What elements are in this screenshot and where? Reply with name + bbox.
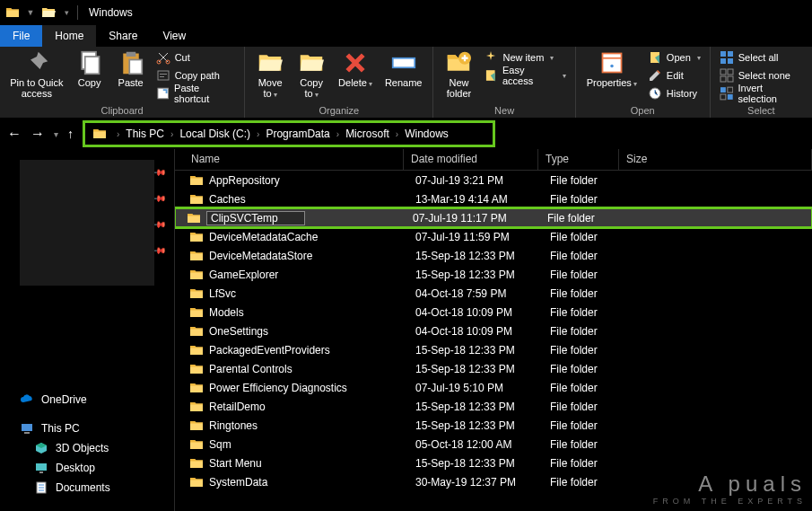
file-type: File folder: [550, 269, 631, 281]
folder-icon: [189, 456, 204, 471]
edit-icon: [648, 68, 662, 83]
back-button[interactable]: ←: [7, 126, 22, 142]
column-name[interactable]: Name: [175, 149, 404, 170]
select-none-button[interactable]: Select none: [716, 66, 807, 84]
file-row[interactable]: DeviceMetadataStore15-Sep-18 12:33 PMFil…: [175, 246, 812, 265]
new-folder-button[interactable]: New folder: [439, 48, 478, 101]
file-type: File folder: [550, 363, 631, 375]
edit-button[interactable]: Edit: [644, 66, 704, 84]
copy-icon: [77, 50, 102, 75]
folder-icon: [189, 437, 204, 452]
tab-home[interactable]: Home: [42, 25, 96, 47]
folder-icon: [189, 192, 204, 207]
open-button[interactable]: Open▾: [644, 48, 704, 66]
paste-shortcut-button[interactable]: Paste shortcut: [153, 84, 239, 102]
folder-icon: [189, 400, 204, 414]
file-row[interactable]: ClipSVCTemp07-Jul-19 11:17 PMFile folder: [175, 208, 812, 227]
file-row[interactable]: SystemData30-May-19 12:37 PMFile folder: [175, 472, 812, 491]
copy-to-icon: [299, 50, 324, 75]
rename-icon: [391, 50, 416, 75]
chevron-right-icon[interactable]: ›: [332, 129, 344, 139]
file-date: 04-Oct-18 7:59 PM: [415, 287, 550, 300]
easy-access-button[interactable]: Easy access▾: [480, 66, 569, 84]
pin-icon: 📌: [153, 242, 167, 257]
file-row[interactable]: Start Menu15-Sep-18 12:33 PMFile folder: [175, 454, 812, 472]
breadcrumb-item[interactable]: Windows: [403, 128, 450, 140]
file-type: File folder: [550, 306, 631, 319]
file-row[interactable]: DeviceMetadataCache07-Jul-19 11:59 PMFil…: [175, 227, 812, 246]
folder-icon: [189, 173, 204, 188]
tab-file[interactable]: File: [0, 25, 42, 47]
breadcrumb-item[interactable]: Microsoft: [344, 128, 391, 140]
paste-icon: [118, 50, 144, 75]
file-type: File folder: [550, 457, 631, 470]
file-row[interactable]: LfSvc04-Oct-18 7:59 PMFile folder: [175, 284, 812, 303]
file-name: Power Efficiency Diagnostics: [209, 382, 415, 394]
select-all-button[interactable]: Select all: [716, 48, 807, 66]
qat-chevron[interactable]: ▾: [61, 8, 72, 17]
cut-button[interactable]: Cut: [153, 48, 239, 66]
file-row[interactable]: Caches13-Mar-19 4:14 AMFile folder: [175, 189, 812, 208]
rename-button[interactable]: Rename: [380, 48, 428, 90]
delete-button[interactable]: Delete▾: [333, 48, 378, 92]
up-button[interactable]: ↑: [67, 127, 74, 141]
breadcrumb[interactable]: › This PC › Local Disk (C:) › ProgramDat…: [83, 120, 495, 147]
copy-path-icon: [156, 68, 170, 83]
paste-button[interactable]: Paste: [111, 48, 151, 90]
chevron-right-icon[interactable]: ›: [112, 129, 124, 139]
invert-selection-button[interactable]: Invert selection: [716, 84, 807, 102]
column-date[interactable]: Date modified: [404, 149, 538, 170]
copy-button[interactable]: Copy: [70, 48, 109, 90]
copy-path-button[interactable]: Copy path: [153, 66, 239, 84]
titlebar-chevron[interactable]: ▼: [25, 8, 36, 17]
history-button[interactable]: History: [644, 84, 704, 102]
chevron-right-icon[interactable]: ›: [252, 129, 264, 139]
column-type[interactable]: Type: [538, 149, 619, 170]
file-row[interactable]: Ringtones15-Sep-18 12:33 PMFile folder: [175, 416, 812, 435]
breadcrumb-item[interactable]: Local Disk (C:): [178, 128, 252, 140]
forward-button[interactable]: →: [31, 126, 45, 142]
scissors-icon: [156, 50, 170, 65]
file-row[interactable]: GameExplorer15-Sep-18 12:33 PMFile folde…: [175, 265, 812, 284]
pin-icon: [24, 50, 49, 75]
sidebar-documents[interactable]: Documents: [0, 478, 174, 498]
column-headers: Name Date modified Type Size: [175, 149, 812, 171]
breadcrumb-item[interactable]: This PC: [124, 128, 166, 140]
file-row[interactable]: AppRepository07-Jul-19 3:21 PMFile folde…: [175, 171, 812, 189]
pin-to-quick-access-button[interactable]: Pin to Quick access: [5, 48, 68, 101]
column-size[interactable]: Size: [619, 149, 812, 170]
file-type: File folder: [550, 476, 631, 489]
file-row[interactable]: Power Efficiency Diagnostics07-Jul-19 5:…: [175, 378, 812, 397]
pin-icon: 📌: [153, 190, 167, 205]
file-row[interactable]: Models04-Oct-18 10:09 PMFile folder: [175, 303, 812, 322]
file-name: GameExplorer: [209, 269, 415, 281]
navigation-bar: ← → ▾ ↑ › This PC › Local Disk (C:) › Pr…: [0, 119, 812, 149]
titlebar: ▼ ▾ Windows: [0, 0, 812, 25]
new-item-button[interactable]: New item▾: [480, 48, 569, 66]
folder-icon: [189, 343, 204, 357]
copy-to-button[interactable]: Copy to▾: [292, 48, 331, 102]
sidebar-desktop[interactable]: Desktop: [0, 458, 174, 478]
move-to-button[interactable]: Move to▾: [250, 48, 290, 102]
tab-view[interactable]: View: [150, 25, 198, 47]
ribbon-tabs: File Home Share View: [0, 25, 812, 47]
recent-locations-button[interactable]: ▾: [54, 129, 58, 139]
file-date: 07-Jul-19 11:17 PM: [413, 212, 547, 225]
properties-button[interactable]: Properties▾: [581, 48, 642, 92]
file-row[interactable]: Parental Controls15-Sep-18 12:33 PMFile …: [175, 359, 812, 378]
file-name: ClipSVCTemp: [206, 211, 413, 225]
file-name: SystemData: [209, 476, 415, 489]
file-name: PackagedEventProviders: [209, 344, 415, 357]
breadcrumb-item[interactable]: ProgramData: [264, 128, 331, 140]
chevron-right-icon[interactable]: ›: [166, 129, 178, 139]
file-row[interactable]: OneSettings04-Oct-18 10:09 PMFile folder: [175, 322, 812, 340]
file-row[interactable]: PackagedEventProviders15-Sep-18 12:33 PM…: [175, 340, 812, 359]
file-row[interactable]: Sqm05-Oct-18 12:00 AMFile folder: [175, 435, 812, 454]
select-none-icon: [720, 68, 734, 83]
sidebar-onedrive[interactable]: OneDrive: [0, 390, 174, 410]
chevron-right-icon[interactable]: ›: [391, 129, 403, 139]
tab-share[interactable]: Share: [96, 25, 150, 47]
sidebar-3d-objects[interactable]: 3D Objects: [0, 438, 174, 458]
file-row[interactable]: RetailDemo15-Sep-18 12:33 PMFile folder: [175, 397, 812, 416]
sidebar-this-pc[interactable]: This PC: [0, 418, 174, 438]
